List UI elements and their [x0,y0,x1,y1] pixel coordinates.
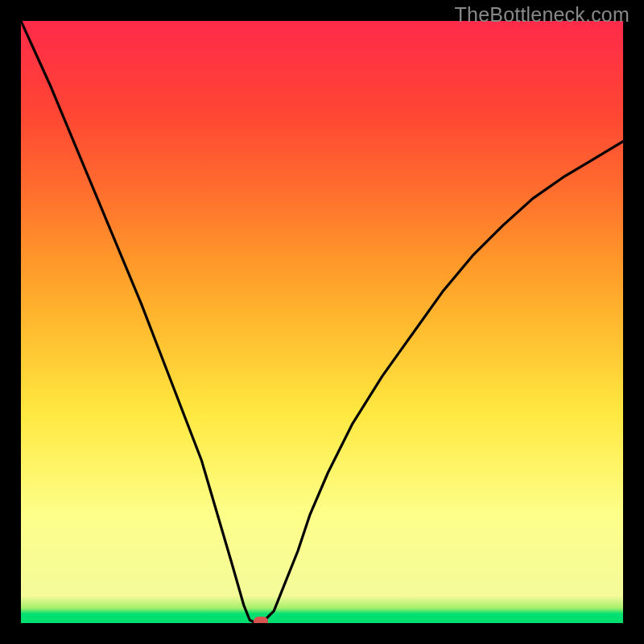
plot-area [21,21,623,623]
watermark-label: TheBottleneck.com [455,3,630,27]
chart-frame: TheBottleneck.com [0,0,644,644]
curve-layer [21,21,623,623]
minimum-marker [254,617,268,623]
bottleneck-curve [21,21,623,623]
